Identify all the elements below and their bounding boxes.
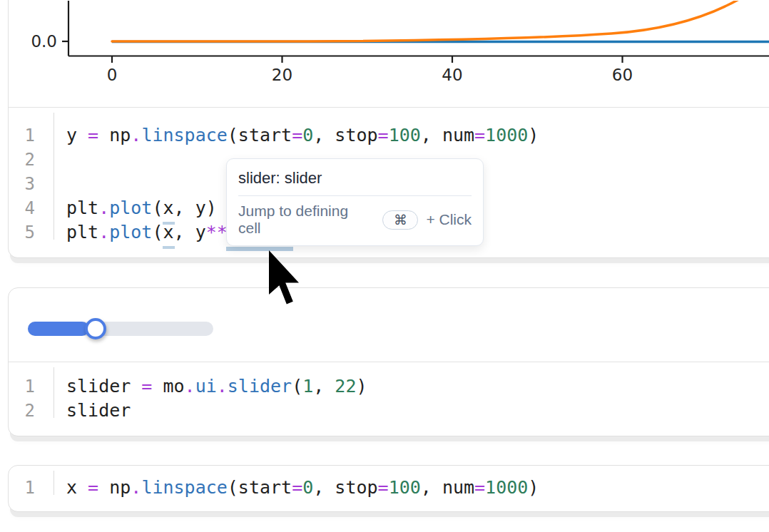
line-number: 1: [9, 123, 54, 148]
code-token: 22: [335, 374, 356, 399]
code-text[interactable]: slider: [54, 399, 131, 423]
code-text[interactable]: [54, 148, 66, 172]
cell-x: 1x = np.linspace(start=0, stop=100, num=…: [8, 465, 769, 512]
code-token: .: [131, 476, 141, 500]
code-token: plot: [109, 220, 152, 245]
code-token: (: [152, 196, 163, 220]
code-token: , num: [421, 476, 474, 500]
code-token: slider: [66, 399, 131, 423]
code-token: 100: [389, 123, 421, 148]
code-token: mo: [152, 374, 184, 399]
code-text[interactable]: slider = mo.ui.slider(1, 22): [54, 374, 367, 399]
code-line[interactable]: 1slider = mo.ui.slider(1, 22): [9, 374, 769, 399]
x-tick-label: 40: [442, 66, 462, 84]
code-token: np: [98, 123, 131, 148]
variable-tooltip: slider: slider Jump to defining cell ⌘ +…: [226, 158, 484, 246]
code-token: linspace: [141, 476, 227, 500]
code-editor[interactable]: 1x = np.linspace(start=0, stop=100, num=…: [9, 466, 769, 500]
code-token: =: [88, 476, 98, 500]
code-line[interactable]: 2slider: [9, 399, 769, 423]
line-number: 2: [9, 148, 54, 172]
code-token: , y): [174, 196, 217, 220]
code-line[interactable]: 1y = np.linspace(start=0, stop=100, num=…: [9, 123, 769, 148]
slider-fill: [28, 322, 89, 336]
code-token: =: [378, 123, 389, 148]
plot-output: 0.0 0 20 40 60: [9, 0, 769, 108]
code-token: , y: [174, 220, 206, 245]
mouse-cursor-icon: [268, 250, 303, 312]
slider-track[interactable]: [28, 322, 213, 336]
code-token: =: [88, 123, 98, 148]
code-token: plt: [66, 220, 98, 245]
tooltip-hint: Jump to defining cell ⌘ + Click: [238, 203, 472, 237]
slider-widget[interactable]: [28, 318, 235, 339]
tooltip-hint-text[interactable]: Jump to defining cell: [238, 203, 375, 237]
code-token: (start: [228, 123, 292, 148]
code-token: =: [474, 476, 485, 500]
slider-output: [9, 288, 769, 362]
code-token: , stop: [313, 476, 377, 500]
code-editor[interactable]: 1slider = mo.ui.slider(1, 22)2slider: [9, 362, 769, 423]
code-token: .: [185, 374, 195, 399]
tooltip-divider: [238, 195, 472, 196]
line-number: 3: [9, 172, 54, 196]
code-text[interactable]: y = np.linspace(start=0, stop=100, num=1…: [54, 123, 539, 148]
code-token: 1000: [485, 123, 528, 148]
code-token: .: [217, 374, 228, 399]
code-text[interactable]: x = np.linspace(start=0, stop=100, num=1…: [54, 476, 539, 500]
code-token: (start: [228, 476, 292, 500]
line-number: 1: [9, 476, 54, 500]
code-token: 1: [302, 374, 313, 399]
code-token: =: [474, 123, 485, 148]
code-text[interactable]: [54, 172, 66, 196]
slider-handle[interactable]: [85, 318, 106, 339]
code-token: ,: [313, 374, 335, 399]
code-token: =: [292, 123, 302, 148]
line-number: 1: [9, 374, 54, 399]
code-token: ui: [195, 374, 217, 399]
line-number: 2: [9, 399, 54, 423]
line-series-orange: [112, 1, 746, 41]
matplotlib-figure: 0.0 0 20 40 60: [9, 1, 769, 109]
code-token: .: [98, 196, 109, 220]
code-token: linspace: [141, 123, 227, 148]
code-token: ): [356, 374, 367, 399]
code-token: 100: [389, 476, 421, 500]
tooltip-hint-suffix: + Click: [426, 211, 472, 228]
code-token: plot: [109, 196, 152, 220]
x-tick-label: 0: [107, 66, 118, 84]
code-token: **: [206, 220, 228, 245]
code-line[interactable]: 1x = np.linspace(start=0, stop=100, num=…: [9, 476, 769, 500]
x-tick-label: 20: [272, 66, 292, 84]
code-token: y: [66, 123, 88, 148]
code-token: ): [528, 476, 539, 500]
code-token: x: [66, 476, 88, 500]
code-token: plt: [66, 196, 98, 220]
tooltip-title: slider: slider: [238, 169, 472, 188]
command-key-icon: ⌘: [382, 210, 418, 230]
code-token: slider: [66, 374, 141, 399]
line-number: 5: [9, 220, 54, 245]
code-token: =: [141, 374, 152, 399]
code-token: 0: [302, 476, 313, 500]
code-text[interactable]: plt.plot(x, y): [54, 196, 217, 220]
gutter-divider: [54, 471, 54, 495]
variable-reference-underlined[interactable]: x: [163, 220, 174, 245]
line-number: 4: [9, 196, 54, 220]
code-token: slider: [228, 374, 292, 399]
code-token: 0: [302, 123, 313, 148]
code-token: =: [378, 476, 389, 500]
code-token: (: [292, 374, 302, 399]
x-tick-label: 60: [612, 66, 633, 84]
variable-reference-underlined[interactable]: x: [163, 196, 174, 220]
gutter-divider: [54, 367, 54, 418]
code-token: =: [292, 476, 302, 500]
y-tick-label: 0.0: [31, 32, 57, 51]
code-token: .: [98, 220, 109, 245]
code-token: , num: [421, 123, 474, 148]
gutter-divider: [54, 113, 54, 240]
code-token: np: [98, 476, 131, 500]
marimo-notebook: 0.0 0 20 40 60 1y = np.linspace(start=0,…: [0, 0, 769, 532]
code-token: , stop: [313, 123, 377, 148]
code-token: 1000: [485, 476, 528, 500]
